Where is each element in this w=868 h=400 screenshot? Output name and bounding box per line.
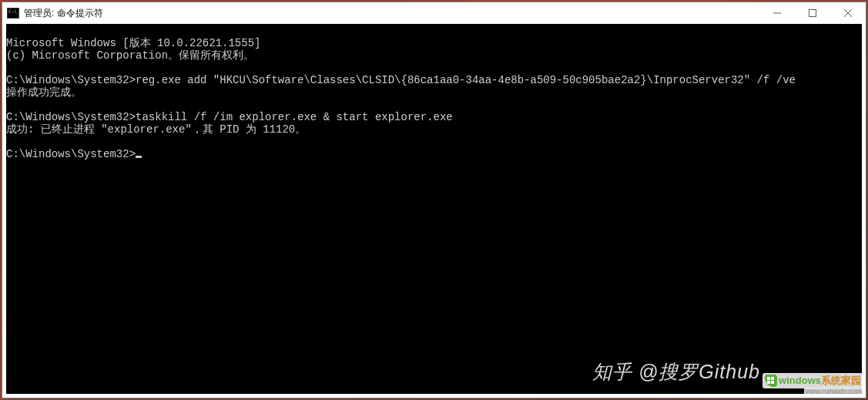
- terminal-line: C:\Windows\System32>taskkill /f /im expl…: [6, 111, 453, 123]
- watermark-text-main: windows: [779, 375, 821, 386]
- titlebar[interactable]: 管理员: 命令提示符: [2, 2, 866, 24]
- window-controls: [759, 2, 866, 24]
- minimize-icon: [773, 9, 781, 17]
- command-prompt-window: 管理员: 命令提示符 Microsoft Windows [版本 10.0.22…: [2, 2, 866, 398]
- windows-logo-icon: [765, 375, 777, 387]
- svg-rect-1: [809, 10, 816, 17]
- terminal-output[interactable]: Microsoft Windows [版本 10.0.22621.1555] (…: [6, 24, 862, 394]
- cursor-icon: [136, 156, 142, 158]
- terminal-line: 成功: 已终止进程 "explorer.exe"，其 PID 为 11120。: [6, 123, 306, 136]
- minimize-button[interactable]: [759, 2, 795, 24]
- terminal-line: (c) Microsoft Corporation。保留所有权利。: [6, 49, 254, 62]
- window-title: 管理员: 命令提示符: [24, 7, 103, 20]
- terminal-line: C:\Windows\System32>reg.exe add "HKCU\So…: [6, 74, 796, 86]
- watermark-windows: windows系统家园 www.ruihaidu.com: [762, 373, 863, 395]
- watermark-badge: windows系统家园: [762, 373, 863, 388]
- terminal-line: 操作成功完成。: [6, 86, 82, 99]
- terminal-line: Microsoft Windows [版本 10.0.22621.1555]: [6, 37, 260, 49]
- watermark-zhihu: 知乎 @搜罗Github: [592, 359, 760, 385]
- maximize-button[interactable]: [795, 2, 830, 24]
- close-icon: [844, 9, 852, 17]
- maximize-icon: [809, 9, 816, 17]
- watermark-text: windows系统家园: [779, 374, 861, 388]
- watermark-text-suffix: 系统家园: [821, 375, 861, 386]
- cmd-icon: [7, 8, 19, 18]
- watermark-url: www.ruihaidu.com: [804, 388, 863, 395]
- terminal-prompt: C:\Windows\System32>: [6, 148, 136, 160]
- close-button[interactable]: [830, 2, 866, 24]
